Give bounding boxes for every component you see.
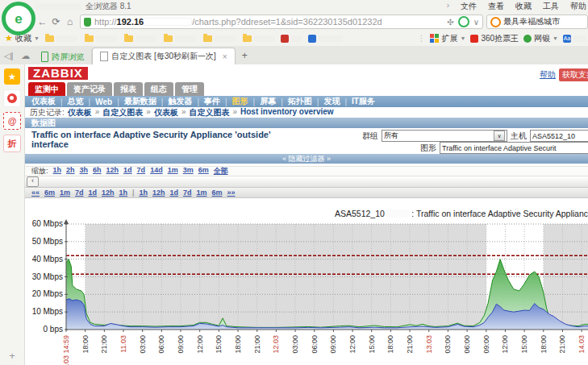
- favorites-sidebar-icon[interactable]: ★: [4, 68, 20, 85]
- zoom-option[interactable]: 1d: [123, 166, 132, 176]
- zoom-option[interactable]: 6h: [93, 166, 102, 176]
- translate-button[interactable]: Aa: [563, 35, 586, 43]
- nav-fwd-link[interactable]: 1h: [139, 189, 148, 197]
- new-tab-button[interactable]: +: [242, 50, 248, 61]
- bookmark-folder[interactable]: [164, 35, 196, 42]
- url-dropdown-icon[interactable]: ∨: [473, 18, 479, 27]
- breadcrumb-link[interactable]: 自定义图表: [189, 107, 229, 118]
- sub-menu-item[interactable]: 总览: [68, 96, 84, 107]
- nav-fwd-link[interactable]: 1d: [169, 189, 178, 197]
- sidebar-add-icon[interactable]: +: [9, 350, 15, 362]
- nav-right-arrows[interactable]: »»: [227, 189, 236, 197]
- nav-fwd-link[interactable]: 6m: [212, 189, 223, 197]
- sub-menu-separator: |: [161, 97, 164, 106]
- tab-cross-screen[interactable]: 跨屏浏览: [34, 49, 92, 64]
- mail-at-icon[interactable]: @: [3, 112, 21, 130]
- home-button[interactable]: ⌂: [63, 16, 77, 27]
- breadcrumb-link[interactable]: 自定义图表: [102, 107, 143, 118]
- nav-back-link[interactable]: 1h: [119, 189, 128, 197]
- traffic-chart: ASA5512_10 : Traffic on interface Adapti…: [25, 208, 588, 365]
- breadcrumb-link[interactable]: Host inventory overview: [240, 107, 334, 118]
- breadcrumb-link[interactable]: 仪表板: [154, 107, 178, 118]
- zoom-option[interactable]: 7d: [137, 166, 146, 176]
- ticket-tool-button[interactable]: 360抢票王: [470, 33, 519, 44]
- discount-icon[interactable]: 折: [3, 135, 21, 152]
- back-button[interactable]: ←: [35, 16, 49, 27]
- nav-back-link[interactable]: 12h: [102, 189, 115, 197]
- zoom-option[interactable]: 14d: [150, 166, 163, 176]
- bookmark-folder[interactable]: [124, 35, 156, 42]
- help-link[interactable]: 帮助: [540, 69, 556, 81]
- zoom-option[interactable]: 3m: [183, 166, 194, 176]
- sub-menu-item[interactable]: 拓扑图: [288, 96, 312, 107]
- toolbar-right: ⋮ 扩展 ▼ 360抢票王 网银 ▼ Aa: [417, 33, 588, 44]
- graph-select[interactable]: Traffic on interface Adaptive Securit: [440, 142, 588, 154]
- sub-menu-item[interactable]: Web: [95, 97, 112, 106]
- hide-filter-bar[interactable]: « 隐藏过滤器 »: [25, 154, 588, 164]
- sub-menu-item[interactable]: 触发器: [168, 96, 192, 107]
- reader-mode-icon[interactable]: ✣: [447, 18, 453, 27]
- nav-left-arrows[interactable]: ««: [31, 189, 40, 197]
- menu-item[interactable]: 查看: [488, 1, 504, 12]
- zoom-option[interactable]: 6m: [198, 166, 209, 176]
- menu-item[interactable]: 收藏: [515, 1, 532, 12]
- nav-fwd-link[interactable]: 12h: [152, 189, 165, 197]
- scroll-left-button[interactable]: ‹: [27, 176, 39, 187]
- bookmark-folder[interactable]: [45, 35, 77, 42]
- sub-menu-item[interactable]: 屏幕: [260, 96, 276, 107]
- host-select[interactable]: ASA5512_10: [530, 130, 588, 142]
- refresh-button[interactable]: ⟳: [49, 16, 63, 27]
- nav-fwd-link[interactable]: 1m: [197, 189, 207, 197]
- breadcrumb-link[interactable]: 仪表板: [68, 107, 92, 118]
- tab-close-icon[interactable]: ×: [223, 52, 227, 61]
- search-engine-icon[interactable]: [490, 17, 501, 27]
- bookmark-item[interactable]: [308, 35, 343, 43]
- main-menu-active[interactable]: 监测中: [28, 82, 65, 96]
- sub-menu-item[interactable]: 最新数据: [124, 96, 156, 107]
- zoom-option[interactable]: 1h: [53, 166, 62, 176]
- menu-item[interactable]: 帮助: [570, 1, 586, 12]
- collapse-sidebar-icon[interactable]: ◁|: [4, 51, 13, 61]
- nav-back-link[interactable]: 1d: [89, 189, 98, 197]
- zoom-option[interactable]: 全部: [214, 166, 228, 176]
- menu-item[interactable]: 工具: [543, 1, 559, 12]
- nav-back-link[interactable]: 7d: [75, 189, 84, 197]
- sub-menu-item[interactable]: 事件: [204, 96, 220, 107]
- bookmark-folder[interactable]: [243, 35, 275, 42]
- main-menu-item[interactable]: 管理: [175, 82, 204, 96]
- zoom-option[interactable]: 2h: [66, 166, 75, 176]
- bookmark-folder[interactable]: [85, 35, 117, 42]
- get-support-button[interactable]: 获取支持: [559, 68, 588, 81]
- x-axis-label: 15:00: [520, 335, 528, 354]
- sub-menu-item[interactable]: 仪表板: [31, 96, 56, 107]
- nav-back-link[interactable]: 6m: [44, 189, 55, 197]
- menu-chevron-icon[interactable]: ›: [447, 1, 449, 12]
- bookmark-item[interactable]: [281, 35, 302, 43]
- zabbix-logo[interactable]: ZABBIX: [28, 67, 88, 80]
- zoom-option[interactable]: 1m: [168, 166, 178, 176]
- browser-mode-icon[interactable]: [458, 16, 469, 27]
- group-select[interactable]: 所有 ∨: [382, 130, 507, 142]
- zoom-option[interactable]: 12h: [106, 166, 119, 176]
- nav-fwd-link[interactable]: 7d: [183, 189, 192, 197]
- time-scrollbar[interactable]: ‹: [25, 176, 588, 187]
- sub-menu-item[interactable]: 图形: [232, 96, 248, 107]
- search-box[interactable]: 最具幸福感城市: [486, 15, 588, 29]
- nav-back-link[interactable]: 1m: [60, 189, 70, 197]
- main-menu-item[interactable]: 组态: [144, 82, 173, 96]
- main-menu-item[interactable]: 报表: [114, 82, 143, 96]
- redacted-bookmark-label: [291, 35, 302, 42]
- sub-menu-item[interactable]: 发现: [323, 96, 340, 107]
- sub-menu-item[interactable]: IT服务: [352, 96, 375, 107]
- bank-tool-button[interactable]: 网银 ▼: [523, 33, 558, 44]
- main-menu-item[interactable]: 资产记录: [67, 82, 112, 96]
- tab-custom-graphs[interactable]: 自定义图表 [每30秒刷新一次] ×: [92, 48, 235, 64]
- bookmark-folder[interactable]: [203, 35, 236, 42]
- extensions-button[interactable]: 扩展 ▼: [430, 33, 465, 44]
- group-select-arrow-icon[interactable]: ∨: [494, 131, 505, 141]
- weibo-icon[interactable]: [3, 89, 21, 107]
- menu-item[interactable]: 文件: [461, 1, 477, 12]
- zoom-option[interactable]: 3h: [80, 166, 89, 176]
- url-field[interactable]: http://192.16/charts.php?ddreset=1&sid=3…: [80, 15, 483, 29]
- cloud-sync-icon[interactable]: ☁: [21, 51, 30, 61]
